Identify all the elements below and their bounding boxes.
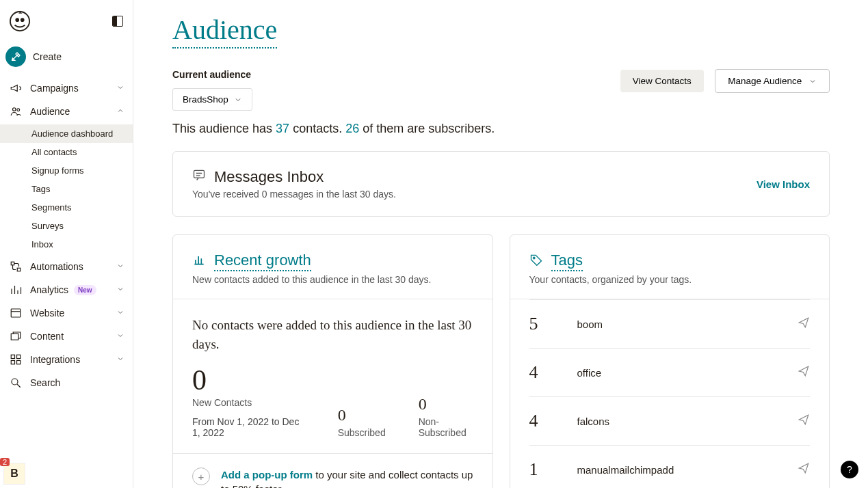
svg-rect-8 — [11, 334, 18, 340]
growth-subtitle: New contacts added to this audience in t… — [192, 274, 473, 285]
sidebar-sub-all-contacts[interactable]: All contacts — [0, 143, 133, 161]
popup-text: Add a pop-up form to your site and colle… — [221, 467, 473, 488]
messages-inbox-card: Messages Inbox You've received 0 message… — [172, 151, 830, 217]
chevron-down-icon — [116, 83, 124, 94]
new-contacts-count: 0 — [192, 366, 305, 394]
audience-submenu: Audience dashboard All contacts Signup f… — [0, 123, 133, 255]
tag-row[interactable]: 5 boom — [529, 299, 811, 349]
inbox-title: Messages Inbox — [214, 168, 324, 186]
svg-rect-7 — [11, 309, 21, 317]
svg-point-2 — [21, 18, 25, 22]
analytics-label: Analytics — [30, 284, 68, 295]
growth-no-contacts: No contacts were added to this audience … — [192, 316, 473, 353]
tag-count: 5 — [529, 314, 577, 334]
sidebar-sub-surveys[interactable]: Surveys — [0, 217, 133, 235]
sidebar-sub-audience-dashboard[interactable]: Audience dashboard — [0, 124, 133, 143]
svg-rect-12 — [17, 361, 21, 364]
tag-row[interactable]: 1 manualmailchimpadd — [529, 446, 811, 488]
send-icon[interactable] — [798, 414, 810, 429]
create-button[interactable]: Create — [0, 41, 133, 77]
sidebar-sub-signup-forms[interactable]: Signup forms — [0, 161, 133, 180]
growth-title[interactable]: Recent growth — [214, 252, 311, 271]
mailchimp-logo[interactable] — [10, 11, 30, 31]
inbox-subtitle: You've received 0 messages in the last 3… — [192, 189, 396, 200]
tag-name: boom — [577, 318, 798, 330]
svg-point-15 — [533, 257, 535, 259]
plus-icon[interactable]: + — [192, 467, 210, 485]
subscribed-count: 0 — [338, 406, 386, 424]
non-subscribed-label: Non-Subscribed — [419, 416, 473, 438]
add-popup-form-link[interactable]: Add a pop-up form — [221, 469, 313, 480]
tag-count: 4 — [529, 411, 577, 431]
tags-list: 5 boom 4 office 4 falcons — [510, 299, 830, 488]
content-icon — [8, 330, 23, 342]
sidebar-sub-tags[interactable]: Tags — [0, 180, 133, 198]
manage-audience-label: Manage Audience — [728, 76, 802, 86]
sidebar-item-audience[interactable]: Audience — [0, 100, 133, 123]
current-audience-label: Current audience — [172, 69, 252, 80]
bar-chart-icon — [192, 253, 206, 271]
people-icon — [8, 105, 23, 118]
create-label: Create — [33, 51, 62, 62]
audience-name: BradsShop — [183, 94, 228, 105]
notification-badge: 2 — [0, 458, 10, 466]
new-contacts-label: New Contacts — [192, 397, 305, 408]
tags-card: Tags Your contacts, organized by your ta… — [510, 234, 830, 488]
chevron-down-icon — [116, 308, 124, 318]
chevron-down-icon — [116, 284, 124, 295]
tags-title[interactable]: Tags — [551, 252, 583, 271]
integrations-label: Integrations — [30, 354, 80, 365]
sidebar: Create Campaigns Audience Audience dashb… — [0, 0, 133, 488]
svg-point-4 — [17, 109, 20, 111]
help-button[interactable]: ? — [841, 461, 858, 478]
automations-icon — [8, 260, 23, 273]
search-icon — [8, 377, 23, 389]
sidebar-item-integrations[interactable]: Integrations — [0, 348, 133, 371]
send-icon[interactable] — [798, 365, 810, 380]
sidebar-sub-inbox[interactable]: Inbox — [0, 235, 133, 254]
subscribed-label: Subscribed — [338, 427, 386, 438]
page-title: Audience — [172, 14, 277, 49]
tag-row[interactable]: 4 falcons — [529, 397, 811, 446]
website-label: Website — [30, 308, 64, 318]
sidebar-sub-segments[interactable]: Segments — [0, 198, 133, 217]
collapse-sidebar-icon[interactable] — [112, 16, 123, 27]
svg-rect-5 — [11, 262, 14, 265]
date-range: From Nov 1, 2022 to Dec 1, 2022 — [192, 416, 305, 438]
non-subscribed-count: 0 — [419, 395, 473, 414]
tags-subtitle: Your contacts, organized by your tags. — [529, 274, 811, 285]
tag-icon — [529, 253, 543, 271]
megaphone-icon — [8, 82, 23, 94]
contacts-count: 37 — [276, 122, 289, 135]
chat-icon — [192, 168, 206, 186]
content-label: Content — [30, 331, 64, 342]
grid-icon — [8, 353, 23, 366]
send-icon[interactable] — [798, 462, 810, 477]
tag-row[interactable]: 4 office — [529, 349, 811, 397]
tag-name: falcons — [577, 416, 798, 427]
svg-rect-9 — [11, 355, 14, 358]
view-contacts-button[interactable]: View Contacts — [620, 70, 704, 92]
recent-growth-card: Recent growth New contacts added to this… — [172, 234, 493, 488]
tag-name: manualmailchimpadd — [577, 464, 798, 476]
account-avatar[interactable]: 2 B — [4, 463, 25, 484]
sidebar-item-website[interactable]: Website — [0, 301, 133, 325]
audience-selector[interactable]: BradsShop — [172, 88, 252, 111]
tag-name: office — [577, 367, 798, 379]
sidebar-item-content[interactable]: Content — [0, 325, 133, 348]
sidebar-item-campaigns[interactable]: Campaigns — [0, 77, 133, 100]
view-inbox-link[interactable]: View Inbox — [757, 178, 810, 190]
avatar: B — [4, 463, 25, 484]
svg-point-1 — [15, 18, 19, 22]
sidebar-item-analytics[interactable]: Analytics New — [0, 278, 133, 301]
sidebar-item-search[interactable]: Search — [0, 371, 133, 394]
sidebar-item-automations[interactable]: Automations — [0, 255, 133, 278]
main-content: Audience Current audience BradsShop View… — [133, 0, 868, 488]
chevron-up-icon — [116, 106, 124, 117]
campaigns-label: Campaigns — [30, 83, 79, 94]
chevron-down-icon — [116, 354, 124, 365]
svg-point-13 — [12, 379, 18, 385]
svg-rect-10 — [17, 355, 21, 358]
manage-audience-button[interactable]: Manage Audience — [715, 69, 830, 93]
send-icon[interactable] — [798, 316, 810, 331]
